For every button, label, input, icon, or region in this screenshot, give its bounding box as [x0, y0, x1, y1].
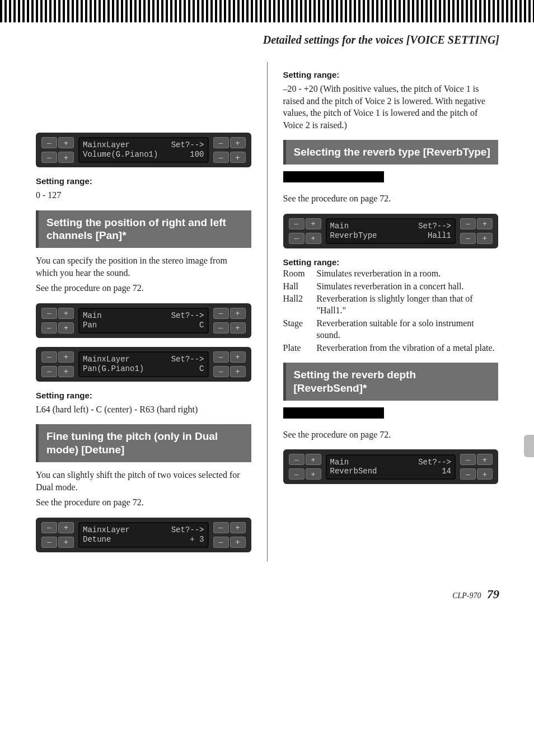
plus-icon[interactable]: + [230, 537, 246, 548]
lcd-text: Main [330, 222, 349, 231]
plus-icon[interactable]: + [58, 137, 74, 148]
option-key: Hall [283, 281, 317, 293]
minus-icon[interactable]: – [41, 537, 57, 548]
lcd-text: Pan [83, 321, 97, 330]
plus-icon[interactable]: + [477, 454, 493, 465]
plus-icon[interactable]: + [477, 233, 493, 244]
minus-icon[interactable]: – [213, 308, 229, 319]
footer-page: 79 [487, 587, 499, 601]
option-desc: Reverberation from the vibration of a me… [317, 342, 495, 354]
lcd-text: + 3 [190, 535, 204, 544]
plus-icon[interactable]: + [477, 468, 493, 480]
plus-icon[interactable]: + [230, 522, 246, 533]
minus-icon[interactable]: – [213, 537, 229, 548]
minus-icon[interactable]: – [289, 218, 305, 229]
plus-icon[interactable]: + [230, 137, 246, 148]
option-row: PlateReverberation from the vibration of… [283, 342, 499, 354]
lcd-screen: MainxLayerSet?--> Volume(G.Piano1)100 [78, 137, 209, 163]
plus-icon[interactable]: + [230, 322, 246, 334]
lcd-text: C [199, 364, 204, 374]
lcd-text: Pan(G.Piano1) [83, 364, 144, 374]
lcd-text: Set?--> [171, 525, 204, 535]
minus-icon[interactable]: – [213, 366, 229, 377]
comment-bar [283, 171, 384, 182]
lcd-text: Main [330, 458, 349, 467]
lcd-detune: –+ –+ MainxLayerSet?--> Detune+ 3 –+ –+ [36, 518, 251, 552]
section-pan: Setting the position of right and left c… [36, 210, 251, 248]
lcd-screen: MainxLayerSet?--> Detune+ 3 [78, 522, 209, 548]
right-column: Setting range: –20 - +20 (With positive … [268, 62, 512, 561]
plus-icon[interactable]: + [58, 522, 74, 533]
plus-icon[interactable]: + [58, 351, 74, 363]
minus-icon[interactable]: – [41, 366, 57, 377]
plus-icon[interactable]: + [230, 366, 246, 377]
setting-range-label: Setting range: [283, 257, 499, 267]
minus-icon[interactable]: – [460, 218, 476, 229]
lcd-text: Hall1 [428, 231, 451, 241]
section-reverbtype: Selecting the reverb type [ReverbType] [283, 140, 499, 165]
minus-icon[interactable]: – [289, 454, 305, 465]
barcode-top [0, 0, 534, 22]
plus-icon[interactable]: + [230, 308, 246, 319]
plus-icon[interactable]: + [306, 468, 321, 480]
plus-icon[interactable]: + [58, 537, 74, 548]
plus-icon[interactable]: + [306, 218, 321, 229]
lcd-screen: MainxLayerSet?--> Pan(G.Piano1)C [78, 351, 209, 377]
lcd-text: Detune [83, 535, 111, 544]
plus-icon[interactable]: + [58, 152, 74, 163]
minus-icon[interactable]: – [460, 454, 476, 465]
minus-icon[interactable]: – [41, 322, 57, 334]
minus-icon[interactable]: – [41, 308, 57, 319]
lcd-text: Set?--> [171, 140, 204, 150]
minus-icon[interactable]: – [289, 233, 305, 244]
minus-icon[interactable]: – [213, 322, 229, 334]
lcd-reverbsend: –+ –+ MainSet?--> ReverbSend14 –+ –+ [283, 449, 499, 484]
minus-icon[interactable]: – [41, 152, 57, 163]
lcd-volume: –+ –+ MainxLayerSet?--> Volume(G.Piano1)… [36, 133, 251, 167]
lcd-text: Set?--> [418, 458, 451, 467]
reverbtype-see: See the procedure on page 72. [283, 192, 499, 205]
minus-icon[interactable]: – [213, 152, 229, 163]
lcd-text: Set?--> [171, 311, 204, 321]
footer-model: CLP-970 [452, 591, 481, 600]
minus-icon[interactable]: – [289, 468, 305, 480]
minus-icon[interactable]: – [460, 468, 476, 480]
lcd-text: ReverbType [330, 231, 377, 241]
minus-icon[interactable]: – [41, 522, 57, 533]
lcd-pan-layer: –+ –+ MainxLayerSet?--> Pan(G.Piano1)C –… [36, 347, 251, 382]
lcd-text: Set?--> [171, 355, 204, 364]
pan-see: See the procedure on page 72. [36, 282, 251, 294]
setting-range-label: Setting range: [283, 70, 499, 79]
lcd-pan-main: –+ –+ MainSet?--> PanC –+ –+ [36, 303, 251, 338]
plus-icon[interactable]: + [230, 351, 246, 363]
left-column: –+ –+ MainxLayerSet?--> Volume(G.Piano1)… [22, 62, 268, 561]
lcd-screen: MainSet?--> PanC [78, 308, 209, 334]
page-header: Detailed settings for the voices [VOICE … [0, 22, 534, 62]
plus-icon[interactable]: + [58, 366, 74, 377]
minus-icon[interactable]: – [460, 233, 476, 244]
minus-icon[interactable]: – [213, 522, 229, 533]
minus-icon[interactable]: – [213, 351, 229, 363]
plus-icon[interactable]: + [230, 152, 246, 163]
pan-range: L64 (hard left) - C (center) - R63 (hard… [36, 403, 251, 416]
pan-desc: You can specify the position in the ster… [36, 255, 251, 279]
minus-icon[interactable]: – [41, 351, 57, 363]
comment-bar [283, 407, 384, 419]
lcd-reverbtype: –+ –+ MainSet?--> ReverbTypeHall1 –+ –+ [283, 214, 499, 248]
plus-icon[interactable]: + [306, 233, 321, 244]
plus-icon[interactable]: + [58, 322, 74, 334]
option-key: Stage [283, 318, 317, 341]
detune-see: See the procedure on page 72. [36, 496, 251, 509]
minus-icon[interactable]: – [213, 137, 229, 148]
plus-icon[interactable]: + [477, 218, 493, 229]
detune-range-text: –20 - +20 (With positive values, the pit… [283, 83, 499, 131]
setting-range-label: Setting range: [36, 391, 251, 400]
plus-icon[interactable]: + [306, 454, 321, 465]
option-key: Hall2 [283, 293, 317, 317]
lcd-text: ReverbSend [330, 467, 377, 476]
plus-icon[interactable]: + [58, 308, 74, 319]
reverbsend-see: See the procedure on page 72. [283, 429, 499, 441]
option-row: StageReverberation suitable for a solo i… [283, 318, 499, 341]
lcd-text: Set?--> [418, 222, 451, 231]
minus-icon[interactable]: – [41, 137, 57, 148]
